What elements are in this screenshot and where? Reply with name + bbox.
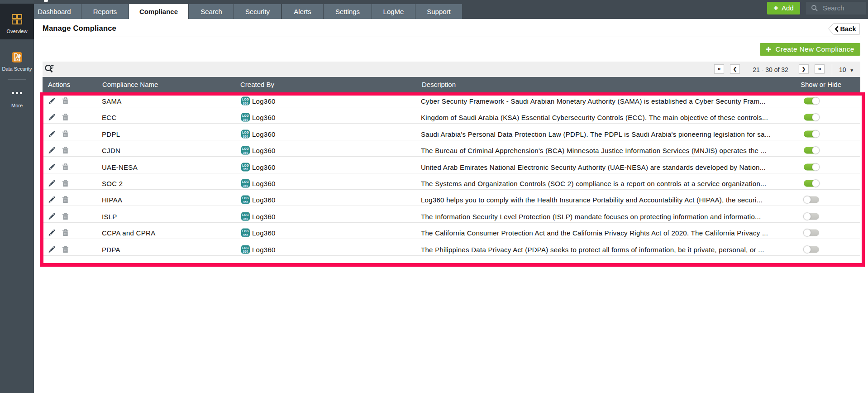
svg-text:Back: Back: [840, 25, 857, 33]
